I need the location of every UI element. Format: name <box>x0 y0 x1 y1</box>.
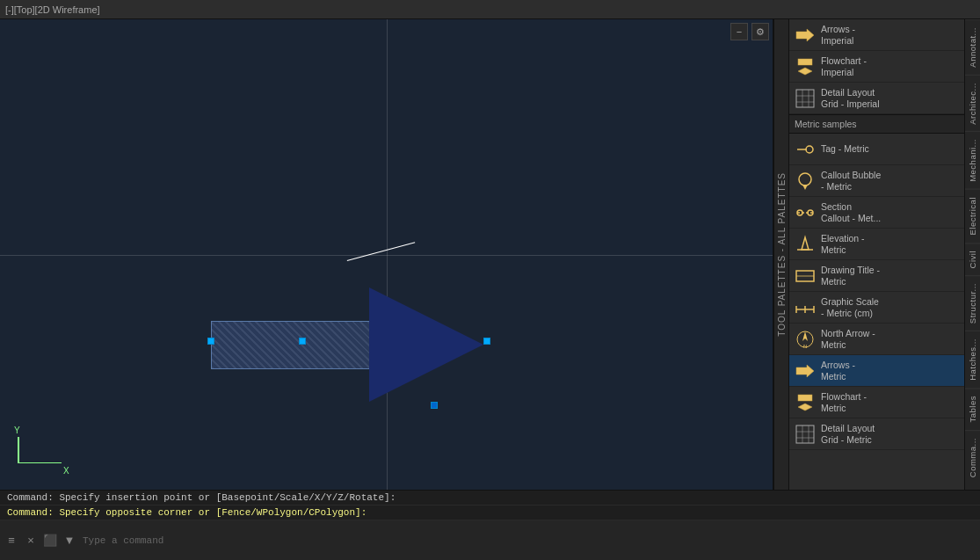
flowchart-metric-icon <box>793 390 817 415</box>
cmd-dropdown-icon[interactable]: ▼ <box>62 533 77 549</box>
tag-metric-label: Tag - Metric <box>821 143 869 155</box>
palette-item-elevation-metric[interactable]: Elevation -Metric <box>789 229 964 260</box>
viewport-minimize-btn[interactable]: − <box>730 23 748 40</box>
cmd-close-icon[interactable]: × <box>23 533 39 549</box>
svg-marker-11 <box>802 185 808 190</box>
arrow-shape[interactable] <box>211 287 483 402</box>
cmd-line-1: Command: Specify insertion point or [Bas… <box>0 491 980 505</box>
section-callout-metric-icon <box>793 200 817 225</box>
flowchart-imperial-label: Flowchart -Imperial <box>821 55 867 77</box>
callout-bubble-metric-label: Callout Bubble- Metric <box>821 170 881 192</box>
palette-item-arrows-metric[interactable]: Arrows -Metric <box>789 355 964 387</box>
axis-y-label: Y <box>14 425 20 435</box>
tab-mechani[interactable]: Mechani... <box>965 131 980 189</box>
viewport-label: [-][Top][2D Wireframe] <box>5 4 100 15</box>
svg-text:N: N <box>803 344 807 349</box>
tab-structur[interactable]: Structur... <box>965 275 980 331</box>
arrows-imperial-icon <box>793 23 817 47</box>
flowchart-imperial-icon <box>793 55 817 79</box>
cmd-input-field[interactable] <box>83 535 976 546</box>
viewport-controls: − ⚙ <box>730 23 769 40</box>
tab-civil[interactable]: Civil <box>965 243 980 275</box>
axis-x-label: X <box>63 466 69 476</box>
tab-hatches[interactable]: Hatches... <box>965 331 980 388</box>
axis-x-line <box>18 462 62 464</box>
arrows-imperial-label: Arrows -Imperial <box>821 24 855 46</box>
palette-item-arrows-imperial[interactable]: Arrows -Imperial <box>789 19 964 51</box>
palette-panel[interactable]: Arrows -Imperial Flowchart -Imperial <box>789 19 964 490</box>
north-arrow-metric-label: North Arrow -Metric <box>821 328 875 350</box>
svg-rect-27 <box>798 395 812 401</box>
palette-item-graphic-scale-metric[interactable]: Graphic Scale- Metric (cm) <box>789 292 964 324</box>
palette-item-callout-bubble-metric[interactable]: Callout Bubble- Metric <box>789 165 964 197</box>
arrow-head <box>369 287 483 402</box>
cmd-menu-icon[interactable]: ≡ <box>4 533 19 549</box>
tag-metric-icon <box>793 137 817 162</box>
tab-architec[interactable]: Architec... <box>965 75 980 132</box>
svg-rect-1 <box>798 59 812 65</box>
viewport[interactable]: − ⚙ Y X <box>0 19 773 490</box>
top-bar: [-][Top][2D Wireframe] <box>0 0 980 19</box>
drawing-title-metric-icon <box>793 264 817 288</box>
crosshair-vertical <box>387 19 388 490</box>
svg-rect-29 <box>796 425 814 443</box>
palette-item-tag-metric[interactable]: Tag - Metric <box>789 134 964 165</box>
cursor-line <box>343 226 415 261</box>
graphic-scale-metric-icon <box>793 295 817 320</box>
elevation-metric-label: Elevation -Metric <box>821 233 865 255</box>
arrows-metric-icon <box>793 359 817 383</box>
tab-comma[interactable]: Comma... <box>965 430 980 484</box>
main-area: − ⚙ Y X TOOL PALETTES - ALL PALETTES <box>0 19 980 490</box>
graphic-scale-metric-label: Graphic Scale- Metric (cm) <box>821 296 879 318</box>
svg-marker-24 <box>802 331 808 341</box>
axis-y-line <box>18 437 19 463</box>
north-arrow-metric-icon: N <box>793 327 817 352</box>
flowchart-metric-label: Flowchart -Metric <box>821 391 867 413</box>
cmd-input-row: ≡ × ⬛ ▼ <box>0 520 980 560</box>
grip-right[interactable] <box>483 338 490 345</box>
svg-point-10 <box>799 173 811 185</box>
svg-marker-16 <box>802 237 809 250</box>
tool-palettes-bar: TOOL PALETTES - ALL PALETTES <box>773 19 789 490</box>
cmd-icons: ≡ × ⬛ ▼ <box>4 533 77 549</box>
detail-layout-grid-metric-icon <box>793 422 817 447</box>
grip-mid[interactable] <box>299 338 306 345</box>
svg-marker-0 <box>796 29 814 41</box>
cmd-expand-icon[interactable]: ⬛ <box>42 533 58 549</box>
svg-marker-2 <box>798 68 812 75</box>
tab-strip: Annotat... Architec... Mechani... Electr… <box>964 19 980 490</box>
arrow-body <box>211 321 396 369</box>
palette-item-flowchart-metric[interactable]: Flowchart -Metric <box>789 387 964 418</box>
command-bar: Command: Specify insertion point or [Bas… <box>0 490 980 560</box>
callout-bubble-metric-icon <box>793 169 817 193</box>
palette-item-detail-layout-grid-imperial[interactable]: Detail LayoutGrid - Imperial <box>789 83 964 114</box>
svg-marker-26 <box>796 365 814 377</box>
cmd-line-2: Command: Specify opposite corner or [Fen… <box>0 505 980 520</box>
palette-item-section-callout-metric[interactable]: SectionCallout - Met... <box>789 197 964 229</box>
palette-item-detail-layout-grid-metric[interactable]: Detail LayoutGrid - Metric <box>789 418 964 450</box>
elevation-metric-icon <box>793 232 817 257</box>
arrows-metric-label: Arrows -Metric <box>821 360 855 382</box>
grip-left[interactable] <box>207 338 214 345</box>
palette-item-north-arrow-metric[interactable]: N North Arrow -Metric <box>789 324 964 355</box>
svg-rect-3 <box>796 90 814 107</box>
tab-tables[interactable]: Tables <box>965 388 980 429</box>
section-callout-metric-label: SectionCallout - Met... <box>821 201 881 223</box>
grip-bottom[interactable] <box>431 402 438 409</box>
metric-samples-header: Metric samples <box>789 114 964 134</box>
palette-item-flowchart-imperial[interactable]: Flowchart -Imperial <box>789 51 964 83</box>
tab-electrical[interactable]: Electrical <box>965 189 980 243</box>
app-container: [-][Top][2D Wireframe] − <box>0 0 980 560</box>
detail-layout-grid-imperial-label: Detail LayoutGrid - Imperial <box>821 87 880 109</box>
svg-marker-28 <box>798 404 812 411</box>
svg-point-9 <box>806 146 813 153</box>
viewport-settings-btn[interactable]: ⚙ <box>751 23 769 40</box>
palette-item-drawing-title-metric[interactable]: Drawing Title -Metric <box>789 260 964 292</box>
detail-layout-grid-imperial-icon <box>793 86 817 111</box>
tab-annotat[interactable]: Annotat... <box>965 19 980 75</box>
tool-palettes-label: TOOL PALETTES - ALL PALETTES <box>777 172 787 337</box>
drawing-title-metric-label: Drawing Title -Metric <box>821 265 880 287</box>
detail-layout-grid-metric-label: Detail LayoutGrid - Metric <box>821 423 875 445</box>
right-panel: TOOL PALETTES - ALL PALETTES Arrows -Imp… <box>773 19 980 490</box>
